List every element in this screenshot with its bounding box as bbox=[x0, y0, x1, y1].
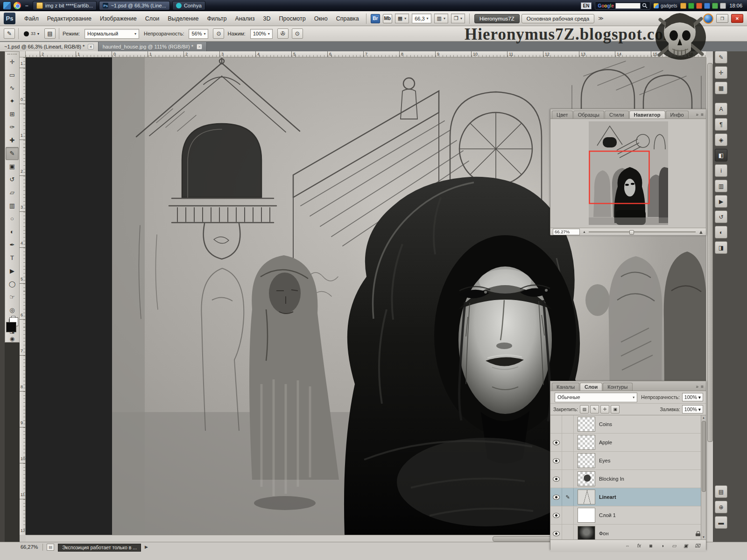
menu-file[interactable]: Файл bbox=[20, 11, 43, 26]
type-tool[interactable]: T bbox=[6, 252, 19, 265]
healing-brush-tool[interactable]: ✚ bbox=[6, 134, 19, 147]
navigator-zoom-slider[interactable] bbox=[589, 230, 696, 234]
lock-transparency-button[interactable]: ▨ bbox=[580, 405, 589, 413]
airbrush-button[interactable]: ✇ bbox=[277, 28, 289, 39]
vertical-ruler[interactable]: 1012345678910111213 bbox=[20, 57, 26, 535]
document-tab-1[interactable]: haunted_house.jpg @ 111% (RGB/8#) *× bbox=[99, 42, 207, 51]
status-expand-icon[interactable]: ▶ bbox=[145, 544, 148, 551]
tab-Контуры[interactable]: Контуры bbox=[603, 383, 632, 391]
menu-help[interactable]: Справка bbox=[332, 11, 363, 26]
ruler-origin-corner[interactable] bbox=[20, 51, 26, 57]
panel-menu-icon[interactable]: ≡ bbox=[701, 112, 704, 117]
eye-icon[interactable] bbox=[553, 513, 560, 518]
brushes-panel-icon[interactable]: ✎ bbox=[715, 51, 727, 63]
layers-scrollbar[interactable]: ▲ ▼ bbox=[701, 415, 706, 539]
navigator-preview[interactable] bbox=[550, 119, 706, 228]
eyedropper-tool[interactable]: ✑ bbox=[6, 121, 19, 134]
zoom-in-icon[interactable]: ▲ bbox=[698, 229, 704, 235]
pressure-size-button[interactable]: ⊙ bbox=[292, 28, 303, 39]
lock-position-button[interactable]: ✛ bbox=[600, 405, 609, 413]
history-brush-tool[interactable]: ↺ bbox=[6, 173, 19, 186]
zoom-slider-thumb[interactable] bbox=[629, 230, 634, 235]
layer-thumbnail[interactable] bbox=[578, 471, 595, 486]
collapse-panel-icon[interactable]: » bbox=[696, 384, 699, 389]
clock[interactable]: 18:06 bbox=[729, 3, 744, 8]
chrome-icon[interactable] bbox=[14, 2, 21, 9]
actions-panel-icon[interactable]: ▶ bbox=[715, 195, 727, 208]
taskbar-item-photoshop[interactable]: Ps~1.psd @ 66,3% (Line... bbox=[99, 1, 170, 10]
lock-all-button[interactable]: ▣ bbox=[611, 405, 620, 413]
view-extras-dropdown[interactable]: ▦▾ bbox=[395, 14, 409, 23]
adjustment-layer-button[interactable]: ◑ bbox=[659, 542, 666, 549]
collapse-panel-icon[interactable]: » bbox=[696, 112, 699, 117]
visibility-cell[interactable] bbox=[550, 452, 562, 469]
layer-row-0[interactable]: Coins bbox=[550, 415, 706, 434]
tab-close-icon[interactable]: × bbox=[88, 44, 93, 49]
menu-view[interactable]: Просмотр bbox=[275, 11, 310, 26]
screen-mode-dropdown[interactable]: ❐▾ bbox=[451, 14, 465, 23]
clone-source-panel-icon[interactable]: ⊕ bbox=[715, 501, 727, 513]
tab-Каналы[interactable]: Каналы bbox=[552, 383, 579, 391]
panel-menu-icon[interactable]: ≡ bbox=[701, 384, 704, 389]
sync-icon[interactable] bbox=[704, 3, 710, 9]
menu-3d[interactable]: 3D bbox=[259, 11, 275, 26]
styles-panel-icon[interactable]: ◈ bbox=[715, 133, 727, 146]
layers-scrollbar-thumb[interactable] bbox=[702, 421, 706, 492]
zoom-tool[interactable]: ◎ bbox=[6, 304, 19, 317]
lock-pixels-button[interactable]: ✎ bbox=[590, 405, 599, 413]
visibility-cell[interactable] bbox=[550, 525, 562, 539]
search-widget[interactable]: Google bbox=[595, 1, 650, 10]
layer-row-3[interactable]: Blocking In bbox=[550, 470, 706, 488]
layer-row-5[interactable]: Слой 1 bbox=[550, 506, 706, 525]
eraser-tool[interactable]: ▱ bbox=[6, 186, 19, 199]
tab-Навигатор[interactable]: Навигатор bbox=[629, 111, 665, 119]
start-icon[interactable] bbox=[3, 1, 11, 10]
tab-Инфо[interactable]: Инфо bbox=[666, 111, 689, 119]
antivirus-icon[interactable] bbox=[696, 3, 702, 9]
vertical-scrollbar-thumb[interactable] bbox=[707, 63, 713, 442]
vertical-scrollbar[interactable] bbox=[706, 57, 713, 535]
shape-tool[interactable]: ◯ bbox=[6, 278, 19, 291]
tool-preset-picker[interactable]: ✎ bbox=[4, 28, 15, 39]
scroll-down-icon[interactable]: ▼ bbox=[701, 535, 706, 539]
path-selection-tool[interactable]: ▶ bbox=[6, 265, 19, 278]
taskbar-item-explorer[interactable]: img z bit ****Eart6b... bbox=[33, 1, 97, 10]
info-panel-icon[interactable]: i bbox=[715, 164, 727, 177]
gradient-tool[interactable]: ▥ bbox=[6, 199, 19, 212]
marquee-tool[interactable]: ▭ bbox=[6, 69, 19, 82]
crop-tool[interactable]: ⊞ bbox=[6, 108, 19, 121]
gadgets-icon[interactable] bbox=[680, 3, 686, 9]
menu-filter[interactable]: Фильтр bbox=[203, 11, 231, 26]
messenger-icon[interactable] bbox=[688, 3, 694, 9]
layer-row-6[interactable]: Фон bbox=[550, 525, 706, 539]
layer-comps-panel-icon[interactable]: ▤ bbox=[715, 485, 727, 498]
layer-row-2[interactable]: Eyes bbox=[550, 452, 706, 470]
tab-Образцы[interactable]: Образцы bbox=[573, 111, 604, 119]
taskbar-item-conhya[interactable]: Conhya bbox=[172, 1, 205, 10]
status-zoom-field[interactable]: 66,27% bbox=[21, 544, 43, 551]
lasso-tool[interactable]: ∿ bbox=[6, 82, 19, 95]
menu-image[interactable]: Изображение bbox=[96, 11, 141, 26]
new-group-button[interactable]: ▭ bbox=[670, 542, 678, 549]
document-info-icon[interactable]: ▤ bbox=[47, 544, 54, 551]
layer-styles-button[interactable]: fx bbox=[635, 542, 643, 549]
close-window-button[interactable]: ✕ bbox=[731, 14, 743, 23]
menu-analysis[interactable]: Анализ bbox=[231, 11, 259, 26]
network-icon[interactable] bbox=[720, 3, 726, 9]
swatches-panel-icon[interactable]: ▦ bbox=[715, 82, 727, 94]
menu-edit[interactable]: Редактирование bbox=[43, 11, 96, 26]
flow-dropdown[interactable]: 100%▾ bbox=[250, 29, 273, 39]
masks-panel-icon[interactable]: ◨ bbox=[715, 241, 727, 254]
navigator-thumbnail[interactable] bbox=[589, 121, 668, 225]
dodge-tool[interactable]: ◐ bbox=[6, 225, 19, 238]
menu-select[interactable]: Выделение bbox=[163, 11, 203, 26]
clone-stamp-tool[interactable]: ▣ bbox=[6, 160, 19, 173]
delete-layer-button[interactable]: ⌧ bbox=[694, 542, 701, 549]
toggle-brushes-panel-button[interactable]: ▤ bbox=[44, 28, 56, 39]
language-indicator[interactable]: EN bbox=[581, 2, 592, 9]
eye-icon[interactable] bbox=[553, 458, 560, 463]
search-input[interactable] bbox=[615, 3, 641, 9]
minimize-strip-icon[interactable]: – bbox=[23, 2, 30, 9]
eye-icon[interactable] bbox=[553, 531, 560, 536]
quick-selection-tool[interactable]: ✦ bbox=[6, 95, 19, 108]
